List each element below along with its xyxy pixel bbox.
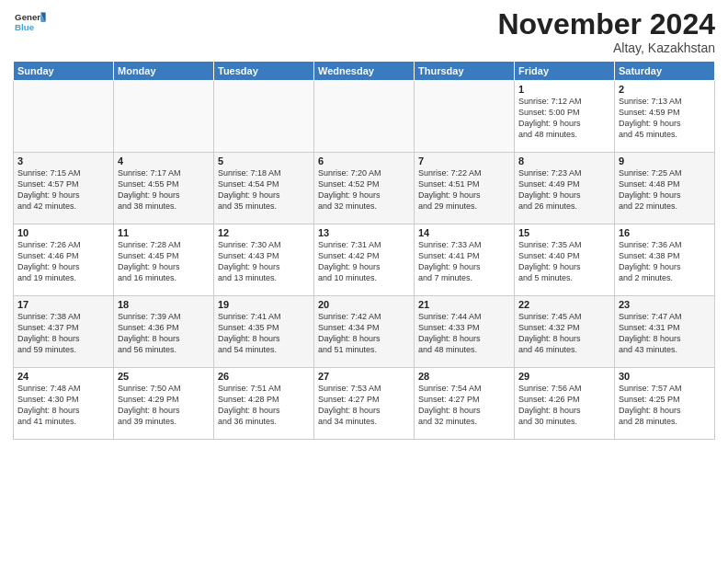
calendar-cell: 24Sunrise: 7:48 AMSunset: 4:30 PMDayligh… [14, 368, 114, 440]
day-info: Sunrise: 7:57 AMSunset: 4:25 PMDaylight:… [619, 383, 711, 428]
day-number: 7 [418, 155, 510, 167]
day-info: Sunrise: 7:50 AMSunset: 4:29 PMDaylight:… [118, 383, 210, 428]
day-number: 4 [118, 155, 210, 167]
calendar-cell [114, 81, 214, 153]
calendar-cell: 12Sunrise: 7:30 AMSunset: 4:43 PMDayligh… [214, 224, 314, 296]
calendar-cell [314, 81, 415, 153]
calendar-cell: 3Sunrise: 7:15 AMSunset: 4:57 PMDaylight… [14, 153, 114, 224]
day-info: Sunrise: 7:35 AMSunset: 4:40 PMDaylight:… [518, 239, 610, 284]
weekday-header-thursday: Thursday [415, 62, 515, 81]
week-row-2: 3Sunrise: 7:15 AMSunset: 4:57 PMDaylight… [14, 153, 715, 224]
day-info: Sunrise: 7:17 AMSunset: 4:55 PMDaylight:… [118, 167, 210, 213]
day-number: 24 [17, 371, 109, 382]
day-info: Sunrise: 7:22 AMSunset: 4:51 PMDaylight:… [418, 167, 510, 213]
day-number: 9 [619, 155, 711, 167]
day-info: Sunrise: 7:47 AMSunset: 4:31 PMDaylight:… [619, 311, 711, 356]
week-row-4: 17Sunrise: 7:38 AMSunset: 4:37 PMDayligh… [14, 296, 715, 368]
calendar-cell: 8Sunrise: 7:23 AMSunset: 4:49 PMDaylight… [515, 153, 615, 224]
day-number: 15 [518, 227, 610, 238]
day-info: Sunrise: 7:20 AMSunset: 4:52 PMDaylight:… [318, 167, 410, 213]
calendar-cell [415, 81, 515, 153]
calendar-cell: 14Sunrise: 7:33 AMSunset: 4:41 PMDayligh… [415, 224, 515, 296]
calendar-cell: 5Sunrise: 7:18 AMSunset: 4:54 PMDaylight… [214, 153, 314, 224]
weekday-header-wednesday: Wednesday [314, 62, 415, 81]
day-number: 30 [619, 371, 711, 382]
weekday-header-row: SundayMondayTuesdayWednesdayThursdayFrid… [14, 62, 715, 81]
month-title: November 2024 [497, 9, 715, 39]
day-info: Sunrise: 7:25 AMSunset: 4:48 PMDaylight:… [619, 167, 711, 213]
day-info: Sunrise: 7:31 AMSunset: 4:42 PMDaylight:… [318, 239, 410, 284]
day-number: 1 [518, 84, 610, 95]
week-row-5: 24Sunrise: 7:48 AMSunset: 4:30 PMDayligh… [14, 368, 715, 440]
calendar-cell: 1Sunrise: 7:12 AMSunset: 5:00 PMDaylight… [515, 81, 615, 153]
day-number: 22 [518, 299, 610, 310]
calendar-cell: 10Sunrise: 7:26 AMSunset: 4:46 PMDayligh… [14, 224, 114, 296]
day-number: 25 [118, 371, 210, 382]
day-number: 5 [218, 155, 310, 167]
calendar-cell: 18Sunrise: 7:39 AMSunset: 4:36 PMDayligh… [114, 296, 214, 368]
day-info: Sunrise: 7:44 AMSunset: 4:33 PMDaylight:… [418, 311, 510, 356]
calendar-cell: 16Sunrise: 7:36 AMSunset: 4:38 PMDayligh… [615, 224, 715, 296]
day-number: 14 [418, 227, 510, 238]
day-info: Sunrise: 7:39 AMSunset: 4:36 PMDaylight:… [118, 311, 210, 356]
day-number: 11 [118, 227, 210, 238]
day-number: 8 [518, 155, 610, 167]
calendar-cell: 4Sunrise: 7:17 AMSunset: 4:55 PMDaylight… [114, 153, 214, 224]
calendar-cell: 13Sunrise: 7:31 AMSunset: 4:42 PMDayligh… [314, 224, 415, 296]
day-info: Sunrise: 7:13 AMSunset: 4:59 PMDaylight:… [619, 96, 711, 141]
calendar-cell [14, 81, 114, 153]
svg-text:Blue: Blue [15, 22, 35, 32]
week-row-1: 1Sunrise: 7:12 AMSunset: 5:00 PMDaylight… [14, 81, 715, 153]
day-info: Sunrise: 7:38 AMSunset: 4:37 PMDaylight:… [17, 311, 109, 356]
week-row-3: 10Sunrise: 7:26 AMSunset: 4:46 PMDayligh… [14, 224, 715, 296]
day-info: Sunrise: 7:45 AMSunset: 4:32 PMDaylight:… [518, 311, 610, 356]
day-number: 18 [118, 299, 210, 310]
calendar-cell: 6Sunrise: 7:20 AMSunset: 4:52 PMDaylight… [314, 153, 415, 224]
day-info: Sunrise: 7:12 AMSunset: 5:00 PMDaylight:… [518, 96, 610, 141]
calendar-cell [214, 81, 314, 153]
location-title: Altay, Kazakhstan [497, 40, 715, 55]
day-info: Sunrise: 7:51 AMSunset: 4:28 PMDaylight:… [218, 383, 310, 428]
day-number: 6 [318, 155, 410, 167]
day-info: Sunrise: 7:36 AMSunset: 4:38 PMDaylight:… [619, 239, 711, 284]
day-number: 17 [17, 299, 109, 310]
day-info: Sunrise: 7:54 AMSunset: 4:27 PMDaylight:… [418, 383, 510, 428]
calendar-cell: 15Sunrise: 7:35 AMSunset: 4:40 PMDayligh… [515, 224, 615, 296]
calendar-cell: 27Sunrise: 7:53 AMSunset: 4:27 PMDayligh… [314, 368, 415, 440]
logo: General Blue [13, 9, 46, 37]
day-info: Sunrise: 7:23 AMSunset: 4:49 PMDaylight:… [518, 167, 610, 213]
title-block: November 2024 Altay, Kazakhstan [497, 9, 715, 55]
calendar-cell: 20Sunrise: 7:42 AMSunset: 4:34 PMDayligh… [314, 296, 415, 368]
day-number: 27 [318, 371, 410, 382]
day-number: 16 [619, 227, 711, 238]
calendar-cell: 19Sunrise: 7:41 AMSunset: 4:35 PMDayligh… [214, 296, 314, 368]
calendar-cell: 9Sunrise: 7:25 AMSunset: 4:48 PMDaylight… [615, 153, 715, 224]
weekday-header-tuesday: Tuesday [214, 62, 314, 81]
calendar-cell: 30Sunrise: 7:57 AMSunset: 4:25 PMDayligh… [615, 368, 715, 440]
weekday-header-friday: Friday [515, 62, 615, 81]
day-number: 10 [17, 227, 109, 238]
calendar-cell: 2Sunrise: 7:13 AMSunset: 4:59 PMDaylight… [615, 81, 715, 153]
weekday-header-saturday: Saturday [615, 62, 715, 81]
calendar-cell: 21Sunrise: 7:44 AMSunset: 4:33 PMDayligh… [415, 296, 515, 368]
day-number: 26 [218, 371, 310, 382]
day-number: 3 [17, 155, 109, 167]
day-info: Sunrise: 7:33 AMSunset: 4:41 PMDaylight:… [418, 239, 510, 284]
weekday-header-monday: Monday [114, 62, 214, 81]
calendar-cell: 28Sunrise: 7:54 AMSunset: 4:27 PMDayligh… [415, 368, 515, 440]
calendar-cell: 22Sunrise: 7:45 AMSunset: 4:32 PMDayligh… [515, 296, 615, 368]
calendar-cell: 11Sunrise: 7:28 AMSunset: 4:45 PMDayligh… [114, 224, 214, 296]
day-info: Sunrise: 7:18 AMSunset: 4:54 PMDaylight:… [218, 167, 310, 213]
page: General Blue November 2024 Altay, Kazakh… [0, 0, 728, 563]
day-number: 21 [418, 299, 510, 310]
day-number: 20 [318, 299, 410, 310]
day-info: Sunrise: 7:30 AMSunset: 4:43 PMDaylight:… [218, 239, 310, 284]
calendar-cell: 25Sunrise: 7:50 AMSunset: 4:29 PMDayligh… [114, 368, 214, 440]
day-info: Sunrise: 7:28 AMSunset: 4:45 PMDaylight:… [118, 239, 210, 284]
day-info: Sunrise: 7:26 AMSunset: 4:46 PMDaylight:… [17, 239, 109, 284]
day-number: 29 [518, 371, 610, 382]
calendar-cell: 26Sunrise: 7:51 AMSunset: 4:28 PMDayligh… [214, 368, 314, 440]
day-number: 23 [619, 299, 711, 310]
day-info: Sunrise: 7:15 AMSunset: 4:57 PMDaylight:… [17, 167, 109, 213]
logo-icon: General Blue [13, 9, 46, 37]
